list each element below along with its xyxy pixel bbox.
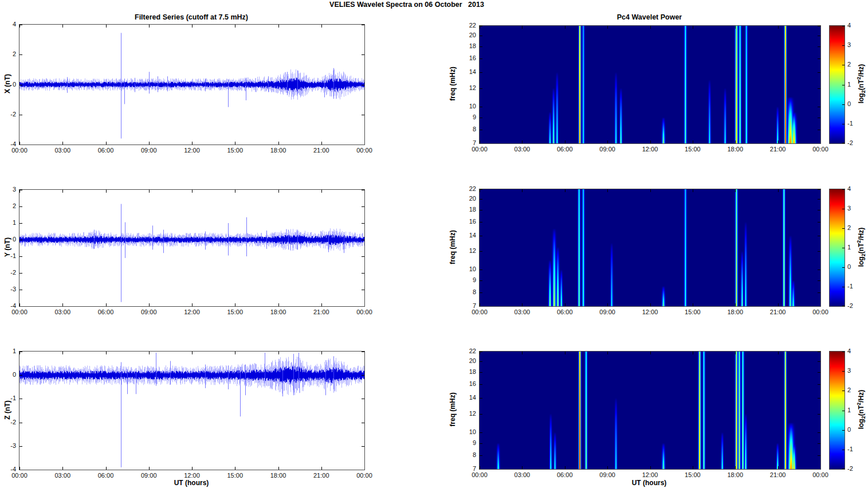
tick-label: 15:00: [678, 146, 707, 153]
ylabel-ts-x: X (nT): [3, 74, 11, 93]
colorbar-canvas-z: [830, 352, 845, 469]
ylabel-ts-z: Z (nT): [3, 400, 11, 419]
timeseries-canvas-y: [19, 190, 364, 306]
wavelet-canvas-y: [480, 189, 820, 306]
xlabel-right: UT (hours): [615, 479, 684, 487]
tick-label: -2: [0, 111, 16, 118]
tick-label: 12:00: [178, 309, 206, 316]
tick-label: 22: [459, 185, 476, 193]
tick-label: 14: [459, 68, 476, 76]
ylabel-wav-z: freq (mHz): [449, 392, 457, 426]
tick-label: -1: [847, 120, 861, 127]
tick-label: 1: [0, 348, 16, 355]
tick-label: 2: [0, 50, 16, 58]
tick-label: -1: [847, 446, 861, 453]
tick-label: 12: [459, 84, 476, 92]
tick-label: 18:00: [721, 309, 749, 316]
tick-label: 8: [459, 288, 476, 296]
panel-ts-y: 00:0003:0006:0009:0012:0015:0018:0021:00…: [19, 189, 365, 307]
tick-label: 1: [0, 219, 16, 227]
tick-label: 18:00: [264, 309, 293, 316]
colorbar-canvas-y: [830, 189, 845, 306]
timeseries-canvas-x: [19, 25, 364, 145]
tick-label: 22: [459, 348, 476, 355]
tick-label: -2: [847, 465, 861, 473]
tick-label: 06:00: [92, 147, 120, 154]
tick-label: 9: [459, 276, 476, 284]
tick-label: 8: [459, 451, 476, 459]
tick-label: 06:00: [92, 309, 120, 316]
wavelet-canvas-z: [480, 352, 820, 469]
tick-label: 21:00: [307, 147, 336, 154]
left-column-title: Filtered Series (cutoff at 7.5 mHz): [19, 13, 364, 21]
tick-label: 09:00: [135, 147, 163, 154]
tick-label: 12: [459, 410, 476, 417]
tick-label: 15:00: [221, 147, 249, 154]
colorbar-wav-x: 43210-1-2: [829, 25, 845, 144]
tick-label: 09:00: [135, 309, 163, 316]
panel-wav-z: 00:0003:0006:0009:0012:0015:0018:0021:00…: [479, 351, 821, 470]
tick-label: 18: [459, 42, 476, 50]
tick-label: 15:00: [678, 471, 707, 479]
tick-label: 06:00: [551, 309, 579, 316]
tick-label: 3: [0, 186, 16, 193]
tick-label: 00:00: [350, 147, 379, 154]
right-column-title: Pc4 Wavelet Power: [479, 13, 820, 21]
tick-label: 4: [847, 348, 861, 355]
tick-label: 21:00: [764, 471, 792, 479]
tick-label: 00:00: [806, 471, 835, 479]
tick-label: 20: [459, 32, 476, 39]
tick-label: 00:00: [350, 472, 379, 479]
tick-label: -4: [0, 302, 16, 310]
tick-label: 00:00: [806, 146, 835, 153]
tick-label: -4: [0, 466, 16, 473]
tick-label: 10: [459, 266, 476, 273]
ylabel-wav-x: freq (mHz): [449, 67, 457, 100]
tick-label: 4: [847, 185, 861, 193]
ylabel-wav-y: freq (mHz): [449, 230, 457, 264]
tick-label: 3: [847, 367, 861, 374]
tick-label: 9: [459, 439, 476, 447]
colorbar-wav-z: 43210-1-2: [829, 351, 845, 470]
tick-label: 3: [847, 205, 861, 212]
tick-label: 8: [459, 126, 476, 133]
tick-label: 18:00: [264, 472, 293, 479]
tick-label: 10: [459, 103, 476, 110]
tick-label: 10: [459, 428, 476, 436]
xlabel-left: UT (hours): [157, 479, 226, 487]
tick-label: 4: [847, 22, 861, 29]
tick-label: 21:00: [764, 146, 792, 153]
colorbar-wav-y: 43210-1-2: [829, 189, 845, 307]
colorbar-canvas-x: [830, 26, 845, 143]
tick-label: 03:00: [48, 472, 77, 479]
tick-label: -3: [0, 286, 16, 293]
tick-label: 22: [459, 22, 476, 29]
tick-label: 12: [459, 247, 476, 255]
tick-label: 0: [0, 371, 16, 378]
tick-label: 7: [459, 465, 476, 473]
tick-label: 21:00: [307, 309, 336, 316]
tick-label: 03:00: [508, 146, 536, 153]
tick-label: 15:00: [221, 309, 249, 316]
tick-label: 21:00: [307, 472, 336, 479]
tick-label: -2: [847, 139, 861, 147]
timeseries-canvas-z: [19, 352, 364, 470]
tick-label: 20: [459, 357, 476, 365]
panel-wav-x: 00:0003:0006:0009:0012:0015:0018:0021:00…: [479, 25, 821, 144]
panel-ts-x: 00:0003:0006:0009:0012:0015:0018:0021:00…: [19, 24, 365, 145]
colorbar-label-z: log2(nT2/Hz): [856, 390, 866, 430]
tick-label: 21:00: [764, 309, 792, 316]
ylabel-ts-y: Y (nT): [3, 237, 11, 257]
tick-label: 15:00: [678, 309, 707, 316]
tick-label: 09:00: [593, 471, 622, 479]
figure-title: VELIES Wavelet Spectra on 06 October 201…: [0, 1, 814, 9]
tick-label: 7: [459, 302, 476, 310]
tick-label: 14: [459, 394, 476, 401]
figure: VELIES Wavelet Spectra on 06 October 201…: [0, 0, 868, 488]
tick-label: 06:00: [551, 146, 579, 153]
tick-label: 3: [847, 41, 861, 49]
tick-label: 18:00: [721, 471, 749, 479]
tick-label: 00:00: [806, 309, 835, 316]
tick-label: 03:00: [48, 309, 77, 316]
tick-label: 12:00: [178, 147, 206, 154]
